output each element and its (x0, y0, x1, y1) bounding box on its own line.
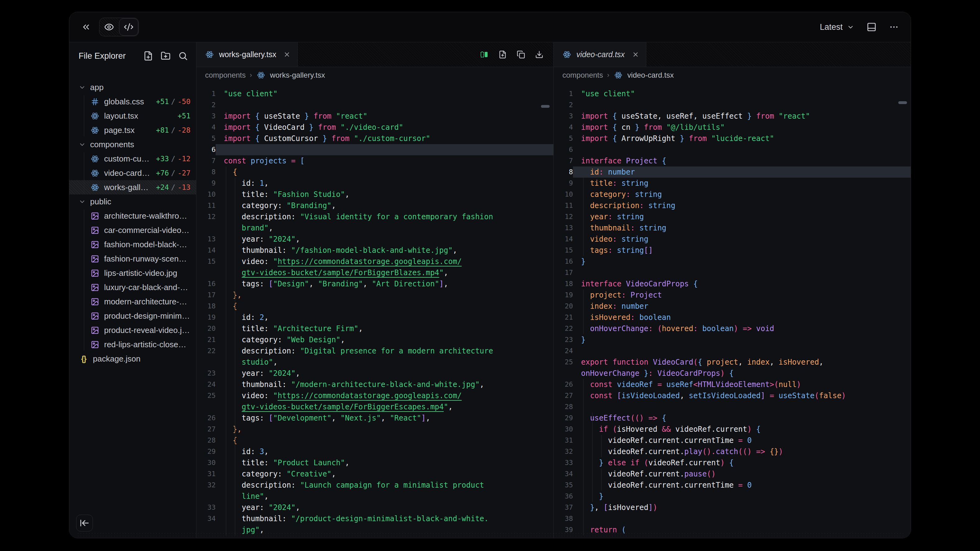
code-line-38[interactable]: 38 (554, 513, 911, 524)
tree-item-red-lips-artistic-close[interactable]: red-lips-artistic-close… (69, 337, 196, 352)
breadcrumb-file[interactable]: video-card.tsx (627, 71, 674, 79)
code-line-8[interactable]: 8 id: number (554, 167, 911, 178)
panel-bottom-button[interactable] (867, 22, 877, 32)
code-line-wrap[interactable]: studio", (196, 357, 554, 368)
collapse-panel-icon[interactable] (81, 22, 91, 32)
new-file-button[interactable] (143, 51, 153, 61)
code-line-23[interactable]: 23} (554, 334, 911, 345)
code-line-27[interactable]: 27 const [isVideoLoaded, setIsVideoLoade… (554, 390, 911, 401)
code-line-16[interactable]: 16 tags: ["Design", "Branding", "Art Dir… (196, 278, 554, 289)
breadcrumb-folder[interactable]: components (205, 71, 246, 79)
code-line-37[interactable]: 37 }, [isHovered]) (554, 502, 911, 513)
code-line-19[interactable]: 19 id: 2, (196, 312, 554, 323)
code-line-20[interactable]: 20 title: "Architecture Firm", (196, 323, 554, 334)
code-line-13[interactable]: 13 year: "2024", (196, 233, 554, 245)
code-line-15[interactable]: 15 video: "https://commondatastorage.goo… (196, 256, 554, 267)
code-line-14[interactable]: 14 thumbnail: "/fashion-model-black-and-… (196, 245, 554, 256)
code-line-34[interactable]: 34 thumbnail: "/product-design-minimalis… (196, 513, 554, 524)
code-line-31[interactable]: 31 category: "Creative", (196, 468, 554, 480)
code-line-31[interactable]: 31 videoRef.current.currentTime = 0 (554, 435, 911, 446)
code-line-wrap[interactable]: jpg", (196, 524, 554, 535)
collapse-sidebar-button[interactable] (76, 514, 93, 532)
new-folder-button[interactable] (161, 51, 170, 61)
code-line-4[interactable]: 4import { cn } from "@/lib/utils" (554, 122, 911, 133)
code-line-36[interactable]: 36 } (554, 491, 911, 502)
tab-works-gallery[interactable]: works-gallery.tsx (196, 42, 298, 67)
code-line-19[interactable]: 19 project: Project (554, 289, 911, 301)
scrollbar-thumb[interactable] (541, 105, 550, 108)
code-line-33[interactable]: 33 } else if (videoRef.current) { (554, 457, 911, 468)
code-line-25[interactable]: 25export function VideoCard({ project, i… (554, 357, 911, 368)
code-line-30[interactable]: 30 if (isHovered && videoRef.current) { (554, 424, 911, 435)
code-line-18[interactable]: 18interface VideoCardProps { (554, 278, 911, 289)
code-toggle-button[interactable] (119, 18, 138, 36)
code-editor-works-gallery[interactable]: 1"use client"23import { useState } from … (196, 83, 554, 538)
code-line-wrap[interactable]: brand", (196, 222, 554, 233)
tree-item-lips-artistic-video.jpg[interactable]: lips-artistic-video.jpg (69, 266, 196, 280)
code-line-2[interactable]: 2 (554, 99, 911, 111)
code-line-29[interactable]: 29 id: 3, (196, 446, 554, 457)
code-line-6[interactable]: 6 (554, 144, 911, 155)
close-tab-icon[interactable] (632, 51, 639, 58)
tab-video-card[interactable]: video-card.tsx (554, 42, 646, 67)
more-options-button[interactable] (889, 22, 899, 32)
code-line-22[interactable]: 22 onHoverChange: (hovered: boolean) => … (554, 323, 911, 334)
tree-folder-app[interactable]: app (69, 80, 196, 94)
code-line-3[interactable]: 3import { useState } from "react" (196, 111, 554, 122)
add-file-button[interactable] (498, 50, 507, 59)
code-line-29[interactable]: 29 useEffect(() => { (554, 413, 911, 424)
code-line-30[interactable]: 30 title: "Product Launch", (196, 457, 554, 468)
tree-item-globals.css[interactable]: globals.css+51/-50 (69, 94, 196, 109)
code-line-5[interactable]: 5import { CustomCursor } from "./custom-… (196, 133, 554, 144)
code-line-10[interactable]: 10 title: "Fashion Studio", (196, 189, 554, 200)
code-line-15[interactable]: 15 tags: string[] (554, 245, 911, 256)
code-line-3[interactable]: 3import { useState, useRef, useEffect } … (554, 111, 911, 122)
download-button[interactable] (535, 50, 543, 59)
close-tab-icon[interactable] (283, 51, 291, 58)
tree-item-modern-architecture-[interactable]: modern-architecture-… (69, 294, 196, 309)
code-line-9[interactable]: 9 id: 1, (196, 178, 554, 189)
preview-toggle-button[interactable] (99, 18, 119, 36)
tree-item-product-reveal-video.j[interactable]: product-reveal-video.j… (69, 323, 196, 337)
code-line-21[interactable]: 21 isHovered: boolean (554, 312, 911, 323)
code-line-wrap[interactable]: onHoverChange }: VideoCardProps) { (554, 368, 911, 379)
tree-item-architecture-walkthro[interactable]: architecture-walkthro… (69, 209, 196, 223)
code-line-5[interactable]: 5import { ArrowUpRight } from "lucide-re… (554, 133, 911, 144)
code-line-12[interactable]: 12 year: string (554, 211, 911, 222)
version-dropdown[interactable]: Latest (820, 22, 854, 32)
code-line-14[interactable]: 14 video: string (554, 233, 911, 245)
code-line-35[interactable]: 35 videoRef.current.currentTime = 0 (554, 480, 911, 491)
code-line-28[interactable]: 28 (554, 401, 911, 413)
code-line-34[interactable]: 34 videoRef.current.pause() (554, 468, 911, 480)
copy-button[interactable] (517, 50, 525, 59)
scrollbar-thumb[interactable] (898, 101, 907, 104)
code-line-7[interactable]: 7interface Project { (554, 155, 911, 167)
code-line-20[interactable]: 20 index: number (554, 301, 911, 312)
tree-folder-public[interactable]: public (69, 194, 196, 209)
search-button[interactable] (178, 51, 188, 61)
code-line-32[interactable]: 32 description: "Launch campaign for a m… (196, 480, 554, 491)
tree-item-fashion-runway-scen[interactable]: fashion-runway-scen… (69, 252, 196, 266)
tree-item-layout.tsx[interactable]: layout.tsx+51 (69, 109, 196, 123)
tree-item-video-card.tsx[interactable]: video-card.tsx+76/-27 (69, 166, 196, 180)
code-line-11[interactable]: 11 description: string (554, 200, 911, 211)
code-line-27[interactable]: 27 }, (196, 424, 554, 435)
code-line-17[interactable]: 17 }, (196, 289, 554, 301)
code-line-12[interactable]: 12 description: "Visual identity for a c… (196, 211, 554, 222)
breadcrumb-folder[interactable]: components (562, 71, 603, 79)
code-line-9[interactable]: 9 title: string (554, 178, 911, 189)
code-line-wrap[interactable]: gtv-videos-bucket/sample/ForBiggerEscape… (196, 401, 554, 413)
code-line-13[interactable]: 13 thumbnail: string (554, 222, 911, 233)
code-line-8[interactable]: 8 { (196, 167, 554, 178)
code-line-6[interactable]: 6 (196, 144, 554, 155)
code-line-17[interactable]: 17 (554, 267, 911, 278)
code-line-10[interactable]: 10 category: string (554, 189, 911, 200)
code-line-26[interactable]: 26 const videoRef = useRef<HTMLVideoElem… (554, 379, 911, 390)
code-line-1[interactable]: 1"use client" (196, 88, 554, 99)
tree-item-fashion-model-black-[interactable]: fashion-model-black-… (69, 237, 196, 252)
code-line-25[interactable]: 25 video: "https://commondatastorage.goo… (196, 390, 554, 401)
breadcrumb-file[interactable]: works-gallery.tsx (270, 71, 325, 79)
tree-item-car-commercial-video[interactable]: car-commercial-video… (69, 223, 196, 237)
code-editor-video-card[interactable]: 1"use client"23import { useState, useRef… (554, 83, 911, 538)
code-line-24[interactable]: 24 (554, 345, 911, 357)
